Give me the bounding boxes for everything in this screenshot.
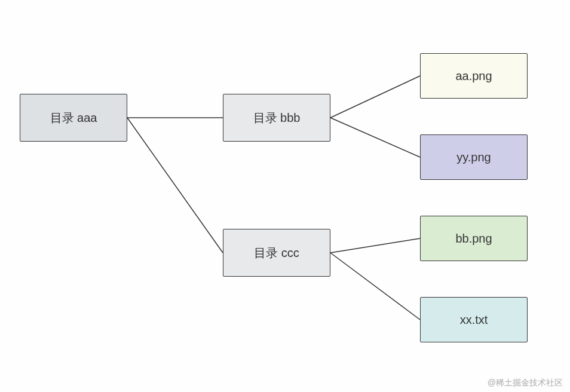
node-dir-bbb: 目录 bbb (223, 94, 330, 142)
svg-line-5 (330, 253, 420, 320)
node-dir-ccc: 目录 ccc (223, 229, 330, 277)
node-dir-aaa: 目录 aaa (20, 94, 127, 142)
node-file-bb-png: bb.png (420, 216, 528, 261)
svg-line-4 (330, 238, 420, 253)
node-label: 目录 bbb (253, 110, 301, 126)
node-label: xx.txt (460, 313, 488, 327)
diagram-canvas: 目录 aaa 目录 bbb 目录 ccc aa.png yy.png bb.pn… (0, 0, 570, 392)
node-label: 目录 aaa (50, 110, 97, 126)
node-label: bb.png (455, 232, 492, 246)
node-label: yy.png (456, 151, 491, 164)
node-file-yy-png: yy.png (420, 134, 528, 180)
node-label: aa.png (455, 69, 492, 83)
svg-line-3 (330, 118, 420, 157)
svg-line-2 (330, 76, 420, 118)
node-file-xx-txt: xx.txt (420, 297, 528, 342)
node-file-aa-png: aa.png (420, 53, 528, 99)
watermark: @稀土掘金技术社区 (488, 378, 563, 388)
svg-line-1 (127, 118, 223, 253)
node-label: 目录 ccc (254, 245, 299, 261)
